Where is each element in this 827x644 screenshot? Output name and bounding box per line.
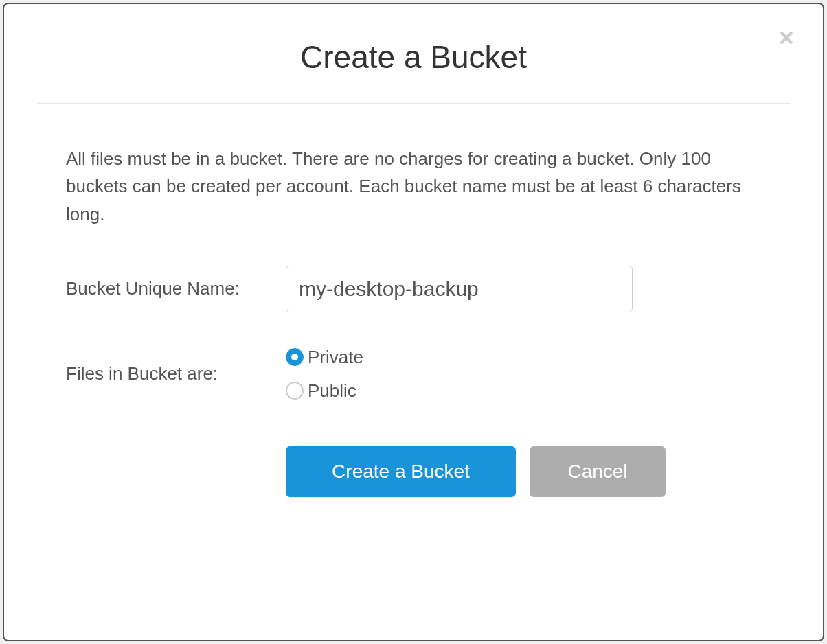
modal-body: All files must be in a bucket. There are… (4, 104, 823, 525)
visibility-private-label: Private (308, 347, 363, 368)
cancel-button[interactable]: Cancel (530, 446, 666, 497)
create-bucket-button[interactable]: Create a Bucket (286, 446, 516, 497)
modal-description: All files must be in a bucket. There are… (66, 145, 761, 228)
bucket-name-label: Bucket Unique Name: (66, 278, 286, 299)
radio-unselected-icon (286, 382, 304, 400)
visibility-public-label: Public (308, 380, 356, 402)
button-row: Create a Bucket Cancel (286, 446, 761, 497)
modal-title: Create a Bucket (32, 38, 795, 76)
bucket-name-row: Bucket Unique Name: (66, 266, 761, 312)
radio-selected-icon (286, 348, 304, 366)
create-bucket-modal: × Create a Bucket All files must be in a… (3, 3, 824, 641)
close-icon[interactable]: × (779, 25, 794, 51)
visibility-public-option[interactable]: Public (286, 380, 761, 402)
visibility-row: Files in Bucket are: Private Public (66, 347, 761, 402)
visibility-private-option[interactable]: Private (286, 347, 761, 368)
visibility-label: Files in Bucket are: (66, 363, 286, 384)
bucket-name-input[interactable] (286, 266, 633, 312)
visibility-radio-group: Private Public (286, 347, 761, 402)
modal-header: Create a Bucket (4, 4, 823, 103)
